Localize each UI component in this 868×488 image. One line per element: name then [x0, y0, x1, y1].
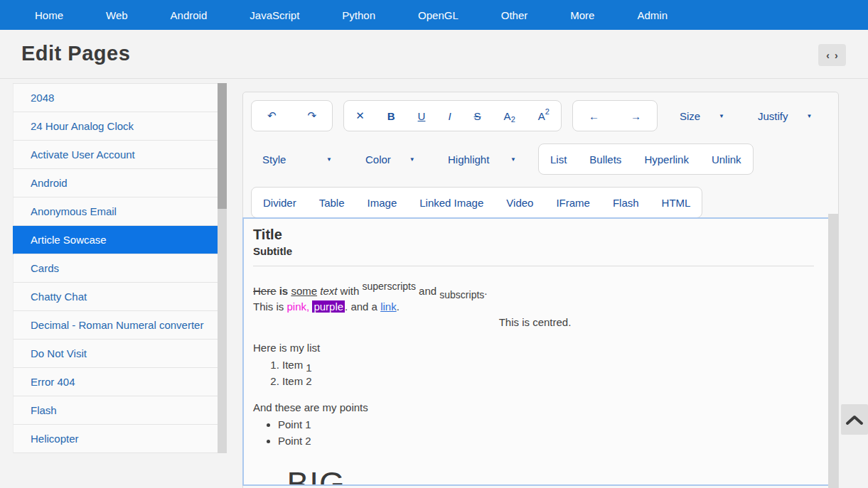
italic-text: text	[320, 285, 337, 297]
linked-image-button[interactable]: Linked Image	[408, 188, 495, 217]
editor-toolbar: ↶ ↷ ✕ B U I S A2 A2 ← → Size	[243, 92, 838, 218]
rich-text-editor-area[interactable]: Title Subtitle Here is some text with su…	[242, 217, 830, 486]
nav-item-javascript[interactable]: JavaScript	[228, 9, 321, 21]
list-button[interactable]: List	[539, 144, 578, 174]
justify-dropdown[interactable]: Justify ▼	[746, 100, 823, 131]
caret-down-icon: ▼	[409, 156, 415, 163]
nav-item-more[interactable]: More	[549, 9, 616, 21]
sidebar-item-helicopter[interactable]: Helicopter	[13, 425, 218, 453]
unlink-button[interactable]: Unlink	[700, 144, 753, 174]
editor-card: ↶ ↷ ✕ B U I S A2 A2 ← → Size	[242, 92, 839, 488]
sidebar-item-do-not-visit[interactable]: Do Not Visit	[13, 340, 218, 368]
list-item: Point 1	[278, 418, 817, 431]
sidebar-item-flash[interactable]: Flash	[13, 396, 218, 425]
superscript-2: 2	[545, 107, 550, 116]
sidebar-item-24-hour-analog-clock[interactable]: 24 Hour Analog Clock	[13, 112, 218, 141]
iframe-button[interactable]: IFrame	[545, 188, 601, 217]
page-list: 2048 24 Hour Analog Clock Activate User …	[13, 83, 218, 453]
horizontal-divider	[253, 266, 814, 266]
indent-arrow-icon[interactable]: →	[615, 101, 657, 131]
sidebar-item-activate-user-account[interactable]: Activate User Account	[13, 141, 218, 169]
bullet-list: Point 1 Point 2	[253, 418, 817, 448]
sidebar-item-error-404[interactable]: Error 404	[13, 368, 218, 396]
justify-dropdown-label: Justify	[758, 110, 788, 122]
plain-text: and	[348, 485, 366, 486]
subscript-2: 2	[511, 115, 515, 124]
sidebar-item-chatty-chat[interactable]: Chatty Chat	[13, 283, 218, 311]
nav-item-android[interactable]: Android	[149, 9, 229, 21]
style-dropdown[interactable]: Style ▼	[251, 143, 343, 175]
clear-format-icon[interactable]: ✕	[344, 101, 376, 131]
chevron-up-icon	[845, 414, 864, 425]
chevron-right-icon[interactable]: ›	[835, 50, 838, 61]
app-window: Home Web Android JavaScript Python OpenG…	[0, 0, 868, 488]
sidebar-item-2048[interactable]: 2048	[13, 84, 218, 112]
sidebar: 2048 24 Hour Analog Clock Activate User …	[13, 83, 226, 453]
superscript-button[interactable]: A2	[527, 101, 561, 131]
top-navbar: Home Web Android JavaScript Python OpenG…	[0, 0, 868, 30]
nav-item-web[interactable]: Web	[85, 9, 149, 21]
list-item: Point 2	[278, 434, 817, 448]
formatted-text-line: Here is some text with superscripts and …	[253, 283, 817, 299]
list-item: Item 1	[282, 358, 817, 372]
list-link-group: List Bullets Hyperlink Unlink	[538, 143, 754, 175]
hyperlink-text[interactable]: link	[380, 300, 397, 313]
nav-item-opengl[interactable]: OpenGL	[397, 9, 480, 21]
table-button[interactable]: Table	[308, 188, 356, 217]
sidebar-item-anonymous-email[interactable]: Anonymous Email	[13, 197, 218, 226]
sidebar-item-article-sowcase[interactable]: Article Sowcase	[13, 226, 218, 254]
caret-down-icon: ▼	[807, 113, 813, 119]
subscript-number: 1	[306, 362, 311, 374]
list-intro-text: Here is my list	[253, 340, 817, 356]
sidebar-item-android[interactable]: Android	[13, 169, 218, 197]
plain-text: . and a	[345, 300, 380, 313]
nav-item-admin[interactable]: Admin	[616, 9, 689, 21]
html-button[interactable]: HTML	[650, 188, 702, 217]
document-subtitle: Subtitle	[253, 245, 817, 257]
sidebar-scrollbar-track[interactable]	[218, 83, 227, 453]
list-item: Item 2	[282, 374, 817, 388]
scroll-to-top-button[interactable]	[841, 404, 868, 435]
nav-item-home[interactable]: Home	[14, 9, 85, 21]
outdent-arrow-icon[interactable]: ←	[573, 101, 615, 131]
sidebar-item-decimal-roman-numeral-converter[interactable]: Decimal - Roman Numeral converter	[13, 311, 218, 340]
plain-text: This is	[253, 300, 287, 313]
redo-icon[interactable]: ↷	[292, 101, 333, 131]
italic-button[interactable]: I	[436, 101, 462, 131]
centered-text-line: This is centred.	[253, 315, 817, 330]
toolbar-row-2: Style ▼ Color ▼ Highlight ▼ List Bullets…	[251, 143, 830, 175]
subscript-button[interactable]: A2	[493, 101, 527, 131]
video-button[interactable]: Video	[495, 188, 545, 217]
sidebar-scrollbar-thumb[interactable]	[218, 83, 227, 209]
editor-scrollbar-track[interactable]	[828, 214, 838, 488]
plain-text: This is	[253, 485, 284, 486]
image-button[interactable]: Image	[356, 188, 409, 217]
nav-item-other[interactable]: Other	[480, 9, 550, 21]
format-group: ✕ B U I S A2 A2	[343, 100, 562, 131]
purple-highlighted-text: purple	[312, 300, 345, 313]
big-text: BIG	[287, 465, 345, 486]
hyperlink-button[interactable]: Hyperlink	[633, 144, 700, 174]
undo-icon[interactable]: ↶	[252, 101, 292, 131]
strikethrough-button[interactable]: S	[463, 101, 493, 131]
bullets-button[interactable]: Bullets	[578, 144, 633, 174]
nav-item-python[interactable]: Python	[321, 9, 397, 21]
caret-down-icon: ▼	[326, 156, 332, 163]
divider-button[interactable]: Divider	[252, 188, 308, 217]
colored-text-line: This is pink, purple. and a link.	[253, 299, 817, 315]
sidebar-item-cards[interactable]: Cards	[13, 254, 218, 283]
color-dropdown[interactable]: Color ▼	[354, 143, 426, 175]
page-header: Edit Pages ‹ ›	[0, 30, 868, 79]
bold-text: is	[279, 285, 289, 297]
highlight-dropdown[interactable]: Highlight ▼	[436, 143, 527, 175]
bold-button[interactable]: B	[376, 101, 407, 131]
chevron-left-icon[interactable]: ‹	[826, 50, 830, 61]
style-dropdown-label: Style	[262, 153, 286, 166]
caret-down-icon: ▼	[510, 156, 516, 163]
size-dropdown[interactable]: Size ▼	[668, 100, 736, 131]
caret-down-icon: ▼	[719, 113, 724, 119]
underline-button[interactable]: U	[407, 101, 437, 131]
prev-next-pager-button[interactable]: ‹ ›	[818, 44, 846, 66]
flash-button[interactable]: Flash	[601, 188, 650, 217]
size-dropdown-label: Size	[680, 110, 700, 122]
